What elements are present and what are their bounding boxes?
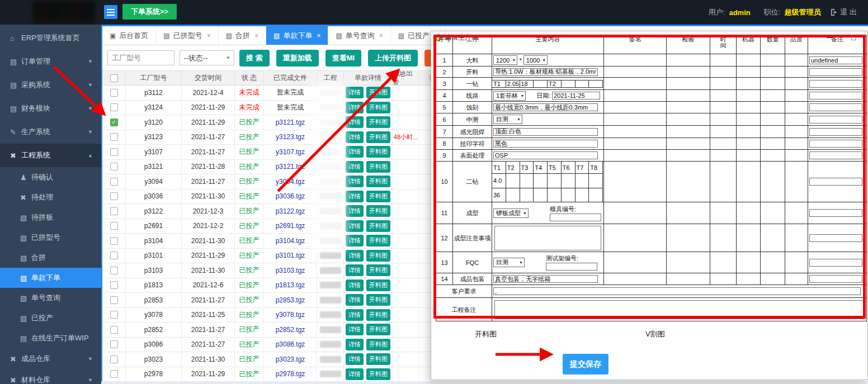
mi-note-input[interactable] — [809, 234, 862, 242]
drill-cell[interactable]: 2.05 — [506, 80, 520, 87]
drill-cell[interactable] — [534, 80, 548, 87]
detail-button[interactable]: 详情 — [346, 102, 364, 113]
mi-select[interactable]: 目测▼ — [493, 258, 525, 267]
row-checkbox[interactable] — [110, 89, 118, 97]
panel-height-select[interactable]: 1000▼ — [523, 55, 548, 65]
detail-button[interactable]: 详情 — [346, 235, 364, 246]
detail-button[interactable]: 详情 — [346, 131, 364, 143]
sidebar-item-8[interactable]: ▧ 待拼板 — [0, 207, 101, 227]
sidebar-item-11[interactable]: ▧ 单款下单 — [0, 268, 101, 288]
tab-2[interactable]: ▧ 合拼 × — [219, 26, 266, 45]
detail-button[interactable]: 详情 — [346, 116, 364, 128]
row-checkbox[interactable] — [110, 178, 118, 186]
detail-button[interactable]: 详情 — [346, 176, 364, 187]
submit-save-button[interactable]: 提交保存 — [563, 354, 608, 374]
sidebar-item-2[interactable]: ▤ 采购系统 ▼ — [0, 73, 101, 97]
row-checkbox[interactable] — [110, 370, 118, 378]
cut-image-button[interactable]: 开料图 — [366, 131, 390, 143]
film-select[interactable]: 1套菲林▼ — [493, 91, 526, 101]
detail-button[interactable]: 详情 — [346, 309, 364, 321]
drill2-cell[interactable] — [534, 188, 548, 202]
row-checkbox[interactable] — [110, 148, 118, 156]
drill2-cell[interactable] — [506, 174, 520, 188]
row-checkbox[interactable] — [110, 207, 118, 215]
cut-image-button[interactable]: 开料图 — [366, 176, 390, 187]
drill-cell[interactable] — [575, 80, 589, 87]
drill2-cell[interactable] — [575, 188, 589, 202]
drill2-cell[interactable] — [548, 174, 562, 188]
mi-note-input[interactable] — [809, 151, 862, 159]
search-button[interactable]: 搜 索 — [239, 50, 270, 67]
sidebar-item-1[interactable]: ▤ 订单管理 ▼ — [0, 50, 101, 73]
sidebar-item-4[interactable]: ✎ 生产系统 ▼ — [0, 120, 101, 144]
row-checkbox[interactable] — [110, 281, 118, 289]
detail-button[interactable]: 详情 — [346, 294, 364, 306]
cut-image-button[interactable]: 开料图 — [366, 102, 390, 113]
drill2-cell[interactable] — [561, 174, 575, 188]
select-all-checkbox[interactable] — [110, 74, 118, 82]
mi-note-input[interactable] — [809, 68, 862, 76]
drill2-cell[interactable] — [589, 188, 603, 202]
cut-image-button[interactable]: 开料图 — [366, 339, 390, 350]
drill-cell[interactable] — [589, 80, 603, 87]
sidebar-item-12[interactable]: ▧ 单号查询 — [0, 288, 101, 308]
sidebar-item-7[interactable]: ✖ 待处理 — [0, 187, 101, 207]
detail-button[interactable]: 详情 — [346, 191, 364, 202]
row-checkbox[interactable] — [110, 237, 118, 245]
close-icon[interactable]: × — [207, 32, 211, 40]
mi-text-input[interactable] — [493, 140, 598, 148]
logout-button[interactable]: 退 出 — [830, 7, 857, 17]
cut-image-button[interactable]: 开料图 — [366, 324, 390, 335]
drill-cell[interactable]: T1 — [492, 80, 506, 87]
drill2-cell[interactable] — [561, 188, 575, 202]
mi-note-input[interactable] — [809, 259, 862, 267]
drill2-cell[interactable] — [506, 188, 520, 202]
mi-text-input[interactable] — [493, 128, 598, 136]
cut-image-button[interactable]: 开料图 — [366, 220, 390, 232]
order-system-button[interactable]: 下单系统>> — [122, 4, 177, 20]
cut-image-button[interactable]: 开料图 — [366, 116, 390, 128]
cut-image-button[interactable]: 开料图 — [366, 264, 390, 276]
drill2-cell[interactable] — [575, 174, 589, 188]
row-checkbox[interactable] — [110, 296, 118, 304]
mi-note-input[interactable] — [809, 92, 862, 99]
row-checkbox[interactable] — [110, 133, 118, 141]
row-checkbox[interactable] — [110, 326, 118, 334]
sidebar-item-5[interactable]: ✖ 工程系统 ▲ — [0, 144, 101, 167]
mi-note-input[interactable] — [809, 275, 862, 283]
cut-image-button[interactable]: 开料图 — [366, 353, 390, 365]
mi-note-input[interactable] — [809, 116, 862, 124]
mi-text-input[interactable] — [493, 68, 598, 76]
close-icon[interactable]: × — [379, 32, 383, 40]
cut-image-button[interactable]: 开料图 — [366, 279, 390, 291]
cut-image-button[interactable]: 开料图 — [366, 250, 390, 262]
detail-button[interactable]: 详情 — [346, 146, 364, 158]
tab-1[interactable]: ▧ 已拼型号 × — [156, 26, 218, 45]
tab-3[interactable]: ▧ 单款下单 × — [266, 26, 328, 45]
row-checkbox[interactable]: ✓ — [110, 118, 118, 126]
column-header[interactable]: 单款详情 — [344, 71, 393, 85]
tab-0[interactable]: ▣ 后台首页 — [102, 26, 156, 45]
sidebar-item-15[interactable]: ✖ 成品仓库 ▼ — [0, 348, 101, 369]
row-checkbox[interactable] — [110, 192, 118, 200]
mi-note-input[interactable] — [809, 209, 862, 217]
sidebar-item-6[interactable]: ♟ 待确认 — [0, 167, 101, 187]
extra-number-input[interactable] — [546, 263, 597, 271]
detail-button[interactable]: 详情 — [346, 250, 364, 262]
column-header[interactable]: 交货时间 — [182, 71, 235, 85]
drill2-cell[interactable] — [548, 188, 562, 202]
column-header[interactable]: 加急出货 — [393, 71, 419, 85]
mi-note-input[interactable] — [809, 128, 862, 136]
drill2-cell[interactable] — [520, 188, 534, 202]
sidebar-item-9[interactable]: ▧ 已拼型号 — [0, 227, 101, 248]
engineer-remark-textarea[interactable] — [494, 300, 864, 319]
drill2-cell[interactable]: 4.0 — [492, 174, 506, 188]
menu-toggle-button[interactable] — [104, 5, 117, 19]
row-checkbox[interactable] — [110, 340, 118, 348]
sidebar-item-13[interactable]: ▧ 已投产 — [0, 308, 101, 328]
row-checkbox[interactable] — [110, 355, 118, 363]
cut-image-button[interactable]: 开料图 — [366, 87, 390, 98]
mi-note-input[interactable] — [809, 178, 862, 186]
column-header[interactable]: 工厂型号 — [126, 71, 182, 85]
detail-button[interactable]: 详情 — [346, 264, 364, 276]
